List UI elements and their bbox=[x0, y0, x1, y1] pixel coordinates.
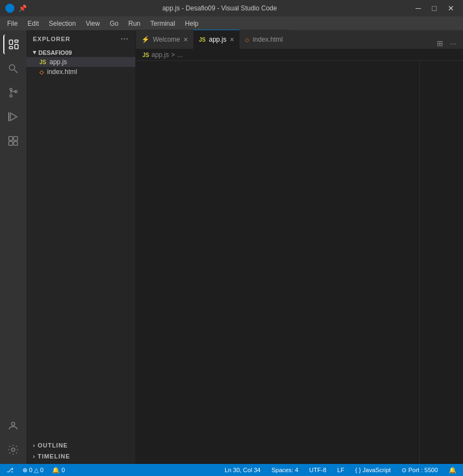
js-file-icon: JS bbox=[39, 59, 46, 65]
errors-warnings[interactable]: ⊗ 0 △ 0 bbox=[20, 467, 45, 474]
outline-section: › OUTLINE › TIMELINE bbox=[26, 438, 135, 464]
chevron-down-icon: ▾ bbox=[33, 49, 36, 56]
activity-run[interactable] bbox=[3, 107, 23, 127]
menu-go[interactable]: Go bbox=[105, 19, 123, 29]
svg-rect-1 bbox=[15, 40, 18, 42]
position-label: Ln 30, Col 34 bbox=[225, 467, 260, 473]
svg-point-6 bbox=[10, 88, 12, 90]
svg-rect-11 bbox=[9, 137, 13, 140]
folder-desafio09[interactable]: ▾ DESAFIO09 bbox=[26, 48, 135, 57]
more-actions-button[interactable]: ··· bbox=[448, 38, 459, 49]
activity-extensions[interactable] bbox=[3, 131, 23, 151]
explorer-label: Explorer bbox=[33, 36, 71, 42]
svg-point-16 bbox=[12, 448, 15, 451]
activity-account[interactable] bbox=[3, 416, 23, 435]
remote-count: 0 bbox=[61, 467, 65, 473]
outline-label: OUTLINE bbox=[38, 442, 68, 449]
tab-welcome-close[interactable]: × bbox=[184, 36, 188, 43]
activity-explorer[interactable] bbox=[3, 35, 23, 54]
port-label: ⊙ Port : 5500 bbox=[402, 467, 438, 474]
svg-rect-14 bbox=[14, 141, 18, 145]
main-layout: Explorer ··· ▾ DESAFIO09 JS app.js ◇ ind… bbox=[0, 30, 463, 464]
activity-bottom bbox=[3, 416, 23, 464]
code-container[interactable] bbox=[136, 61, 463, 464]
maximize-button[interactable]: □ bbox=[429, 3, 440, 14]
folder-name: DESAFIO09 bbox=[38, 49, 72, 56]
menu-run[interactable]: Run bbox=[124, 19, 145, 29]
menu-help[interactable]: Help bbox=[181, 19, 203, 29]
spaces-label: Spaces: 4 bbox=[271, 467, 298, 473]
line-ending[interactable]: LF bbox=[335, 467, 347, 473]
breadcrumb-rest: ... bbox=[177, 51, 182, 59]
line-ending-label: LF bbox=[338, 467, 345, 473]
svg-rect-12 bbox=[14, 137, 18, 140]
language-mode[interactable]: { } JavaScript bbox=[353, 467, 393, 473]
minimize-button[interactable]: ─ bbox=[413, 3, 425, 14]
appjs-tab-icon: JS bbox=[199, 37, 205, 43]
breadcrumb-separator: > bbox=[171, 51, 175, 59]
sidebar-header: Explorer ··· bbox=[26, 30, 135, 48]
tab-appjs-label: app.js bbox=[209, 36, 226, 43]
activity-settings[interactable] bbox=[3, 440, 23, 460]
svg-point-7 bbox=[10, 95, 12, 97]
status-bar: ⎇ ⊗ 0 △ 0 🔔 0 Ln 30, Col 34 Spaces: 4 UT… bbox=[0, 464, 463, 476]
status-left: ⎇ ⊗ 0 △ 0 🔔 0 bbox=[4, 467, 67, 474]
tab-indexhtml-label: index.html bbox=[253, 36, 283, 43]
language-label: { } bbox=[355, 467, 361, 473]
pin-icon[interactable]: 📌 bbox=[19, 4, 27, 12]
menu-terminal[interactable]: Terminal bbox=[146, 19, 179, 29]
remote-icon: 🔔 bbox=[52, 467, 60, 474]
svg-point-15 bbox=[12, 422, 15, 426]
svg-rect-2 bbox=[15, 44, 18, 49]
vscode-logo-icon bbox=[5, 4, 14, 13]
tabs: ⚡ Welcome × JS app.js × ◇ index.html bbox=[136, 30, 288, 49]
outline-header[interactable]: › OUTLINE bbox=[26, 440, 135, 451]
tab-welcome[interactable]: ⚡ Welcome × bbox=[136, 30, 193, 49]
bell-icon: 🔔 bbox=[449, 467, 456, 474]
encoding[interactable]: UTF-8 bbox=[307, 467, 328, 473]
menu-selection[interactable]: Selection bbox=[44, 19, 80, 29]
tab-indexhtml[interactable]: ◇ index.html bbox=[239, 30, 288, 49]
tab-appjs-close[interactable]: × bbox=[230, 36, 234, 43]
remote-info[interactable]: 🔔 0 bbox=[50, 467, 67, 474]
file-indexhtml-label: index.html bbox=[47, 68, 77, 76]
window-title: app.js - Desafio09 - Visual Studio Code bbox=[27, 4, 413, 12]
tab-bar: ⚡ Welcome × JS app.js × ◇ index.html ⊞ ·… bbox=[136, 30, 463, 49]
breadcrumb-js-icon: JS bbox=[142, 52, 149, 58]
split-editor-button[interactable]: ⊞ bbox=[435, 38, 445, 49]
editor-area: ⚡ Welcome × JS app.js × ◇ index.html ⊞ ·… bbox=[136, 30, 463, 464]
indentation[interactable]: Spaces: 4 bbox=[269, 467, 300, 473]
svg-rect-0 bbox=[9, 40, 13, 44]
port-status[interactable]: ⊙ Port : 5500 bbox=[399, 467, 440, 474]
sidebar-more-button[interactable]: ··· bbox=[121, 35, 129, 43]
menu-file[interactable]: File bbox=[3, 19, 22, 29]
notifications-bell[interactable]: 🔔 bbox=[447, 467, 459, 474]
menu-bar: File Edit Selection View Go Run Terminal… bbox=[0, 16, 463, 30]
file-indexhtml[interactable]: ◇ index.html bbox=[26, 67, 135, 77]
code-editor[interactable] bbox=[159, 61, 419, 464]
tab-appjs[interactable]: JS app.js × bbox=[193, 30, 239, 49]
line-numbers bbox=[136, 61, 159, 464]
close-button[interactable]: ✕ bbox=[444, 3, 458, 14]
svg-rect-13 bbox=[9, 141, 13, 145]
language-name: JavaScript bbox=[363, 467, 391, 473]
sidebar: Explorer ··· ▾ DESAFIO09 JS app.js ◇ ind… bbox=[26, 30, 136, 464]
welcome-tab-icon: ⚡ bbox=[141, 36, 150, 43]
title-bar-controls: ─ □ ✕ bbox=[413, 3, 458, 14]
minimap bbox=[419, 61, 463, 464]
timeline-header[interactable]: › TIMELINE bbox=[26, 451, 135, 462]
activity-source-control[interactable] bbox=[3, 83, 23, 103]
timeline-label: TIMELINE bbox=[38, 453, 70, 460]
menu-view[interactable]: View bbox=[81, 19, 104, 29]
cursor-position[interactable]: Ln 30, Col 34 bbox=[222, 467, 262, 473]
activity-search[interactable] bbox=[3, 59, 23, 78]
title-bar-left: 📌 bbox=[5, 4, 27, 13]
git-branch[interactable]: ⎇ bbox=[4, 467, 16, 474]
activity-bar bbox=[0, 30, 26, 464]
svg-marker-9 bbox=[10, 113, 17, 121]
svg-line-5 bbox=[14, 70, 18, 73]
file-appjs[interactable]: JS app.js bbox=[26, 57, 135, 67]
explorer-section: ▾ DESAFIO09 JS app.js ◇ index.html bbox=[26, 48, 135, 438]
menu-edit[interactable]: Edit bbox=[23, 19, 43, 29]
warnings-icon: △ bbox=[34, 467, 38, 474]
